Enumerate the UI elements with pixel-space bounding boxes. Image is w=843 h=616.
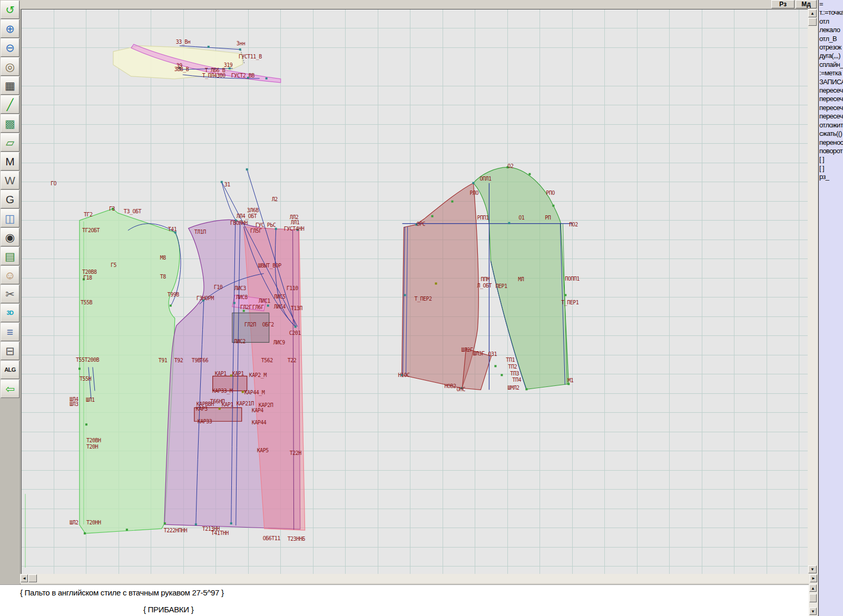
point-marker[interactable] [564, 294, 566, 296]
command-line[interactable]: пересеч [819, 86, 843, 95]
point-marker[interactable] [221, 181, 223, 183]
pattern-label: ШМЛ2 [507, 385, 519, 391]
canvas-hscrollbar[interactable]: ◄ ► [20, 574, 818, 583]
measure-line-icon[interactable]: ╱ [1, 95, 19, 114]
command-line[interactable]: дуга(,,,) [819, 52, 843, 60]
point-marker[interactable] [435, 283, 437, 285]
scroll-up-icon[interactable]: ▲ [808, 9, 817, 17]
command-line[interactable]: поворот [819, 147, 843, 155]
point-marker[interactable] [164, 522, 166, 524]
garment-sketch-icon[interactable]: ✂ [1, 285, 19, 303]
point-marker[interactable] [85, 423, 87, 425]
command-line[interactable]: пересеч [819, 104, 843, 112]
pattern-label: ОБ6Т11 [263, 535, 281, 541]
point-marker[interactable] [295, 325, 297, 327]
command-line[interactable]: ЗАПИСА [819, 78, 843, 86]
point-marker[interactable] [275, 228, 277, 230]
command-line[interactable]: отл [819, 17, 843, 26]
point-marker[interactable] [501, 374, 503, 376]
exit-icon[interactable]: ⇦ [1, 380, 19, 398]
point-marker[interactable] [472, 182, 474, 184]
alg-icon: ALG [4, 367, 16, 373]
refresh-icon[interactable]: ↺ [1, 1, 19, 19]
rz-mode-button[interactable]: Рз [771, 0, 795, 8]
pattern-cad-window: { "top_buttons": [ {"label":"Рз"}, {"lab… [0, 0, 843, 616]
point-marker[interactable] [508, 222, 510, 224]
camera-icon: ◉ [5, 232, 15, 243]
drawing-canvas[interactable]: ЗЗ_ВнЗннГУСТ11_ВЗ9З19ЗВВ_ВТ_ЛБ6_ВТ_ПЛ430… [21, 9, 808, 574]
description-console[interactable]: { Пальто в английском стиле с втачным ру… [0, 584, 809, 616]
description-line: { Пальто в английском стиле с втачным ру… [20, 588, 224, 597]
alg-icon[interactable]: ALG [1, 361, 19, 379]
command-line[interactable]: пересеч [819, 112, 843, 121]
point-marker[interactable] [552, 205, 554, 207]
g-letter-icon: G [6, 194, 14, 205]
refresh-icon: ↺ [5, 4, 15, 15]
point-marker[interactable] [494, 365, 496, 367]
command-line[interactable]: пересеч [819, 95, 843, 103]
command-line[interactable]: отл_В [819, 35, 843, 43]
ruler-icon[interactable]: ◫ [1, 209, 19, 227]
point-marker[interactable] [126, 529, 128, 531]
vscroll-thumb[interactable] [808, 18, 817, 26]
grid-icon[interactable]: ▦ [1, 76, 19, 95]
command-line[interactable]: лекало [819, 26, 843, 34]
command-line[interactable]: [ ] [819, 155, 843, 164]
zoom-in-icon[interactable]: ⊕ [1, 19, 19, 38]
command-line[interactable]: сжать(() [819, 130, 843, 138]
command-line[interactable]: [ ] [819, 164, 843, 173]
command-line[interactable]: :=метка [819, 69, 843, 77]
point-marker[interactable] [451, 201, 453, 203]
point-marker[interactable] [404, 294, 406, 296]
command-panel[interactable]: =т.:=точкаотллекалоотл_Вотрезокдуга(,,,)… [818, 0, 843, 616]
notes-icon[interactable]: ≡ [1, 323, 19, 341]
3d-icon[interactable]: 3D [1, 304, 19, 322]
scroll-down-icon[interactable]: ▼ [809, 608, 817, 615]
point-marker[interactable] [233, 302, 236, 304]
point-marker[interactable] [208, 46, 210, 48]
point-marker[interactable] [84, 532, 86, 534]
md-mode-button[interactable]: Мд [796, 0, 817, 8]
canvas-vscrollbar[interactable]: ▲ ▼ [808, 9, 818, 574]
scroll-up-icon[interactable]: ▲ [809, 584, 817, 592]
pattern-label: ЛИС5 [274, 294, 286, 300]
command-line[interactable]: перенос [819, 138, 843, 147]
point-marker[interactable] [528, 173, 531, 175]
point-marker[interactable] [79, 367, 81, 370]
camera-icon[interactable]: ◉ [1, 228, 19, 246]
point-marker[interactable] [242, 391, 244, 393]
point-marker[interactable] [431, 215, 433, 217]
scroll-right-icon[interactable]: ► [810, 574, 817, 582]
command-line[interactable]: т.:=точка [819, 8, 843, 17]
table-icon[interactable]: ▤ [1, 247, 19, 265]
point-marker[interactable] [170, 304, 172, 306]
pattern-m-icon[interactable]: M [1, 152, 19, 171]
view-piece-icon[interactable]: ◎ [1, 57, 19, 76]
pattern-piece-icon[interactable]: ▱ [1, 133, 19, 152]
model-photo-icon[interactable]: ☺ [1, 266, 19, 284]
scroll-down-icon[interactable]: ▼ [808, 565, 817, 573]
command-line[interactable]: отложит [819, 121, 843, 130]
command-line[interactable]: сплайн_ [819, 61, 843, 69]
drafting-tools-icon[interactable]: W [1, 171, 19, 190]
pattern-label: Т20НН [86, 520, 101, 525]
point-marker[interactable] [219, 408, 221, 410]
point-marker[interactable] [230, 522, 232, 524]
console-vscrollbar[interactable]: ▲ ▼ [809, 583, 818, 616]
point-marker[interactable] [246, 168, 248, 171]
command-line[interactable]: = [819, 0, 843, 8]
command-line[interactable]: отрезок [819, 43, 843, 52]
point-marker[interactable] [195, 523, 197, 525]
zoom-out-icon[interactable]: ⊖ [1, 38, 19, 57]
console-scroll-thumb[interactable] [809, 594, 817, 602]
hscroll-thumb[interactable] [28, 574, 37, 582]
point-marker[interactable] [525, 388, 527, 390]
g-letter-icon[interactable]: G [1, 190, 19, 208]
scroll-left-icon[interactable]: ◄ [21, 574, 28, 582]
image-icon[interactable]: ▩ [1, 114, 19, 133]
command-line[interactable]: рз_ [819, 173, 843, 181]
point-marker[interactable] [266, 77, 268, 80]
print-icon[interactable]: ⊟ [1, 342, 19, 360]
point-marker[interactable] [267, 304, 269, 306]
point-marker[interactable] [239, 48, 241, 51]
